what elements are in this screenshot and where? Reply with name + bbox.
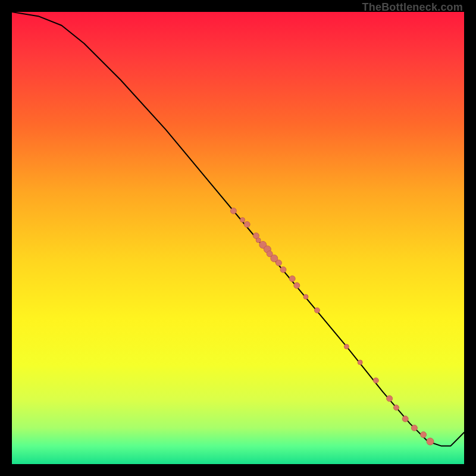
- scatter-dot: [373, 378, 378, 383]
- scatter-dot: [427, 438, 434, 445]
- scatter-dot: [230, 208, 236, 214]
- scatter-dot: [358, 360, 362, 365]
- chart-overlay: [12, 12, 464, 464]
- scatter-dot: [315, 308, 320, 313]
- scatter-dot: [394, 405, 399, 411]
- scatter-dot: [421, 432, 427, 438]
- scatter-dot: [289, 275, 295, 281]
- scatter-dot: [411, 425, 417, 431]
- scatter-dot: [387, 396, 393, 402]
- scatter-dot: [256, 238, 261, 243]
- scatter-dot: [344, 344, 349, 349]
- scatter-dot: [275, 260, 281, 266]
- frame: TheBottleneck.com: [0, 0, 476, 476]
- scatter-dot: [280, 267, 286, 273]
- scatter-dot: [402, 416, 408, 422]
- scatter-dot: [303, 295, 308, 299]
- scatter-dot: [294, 283, 300, 289]
- scatter-dot: [240, 218, 245, 223]
- bottleneck-curve-line: [12, 12, 464, 446]
- scatter-dot-group: [230, 208, 434, 445]
- scatter-dot: [244, 221, 250, 227]
